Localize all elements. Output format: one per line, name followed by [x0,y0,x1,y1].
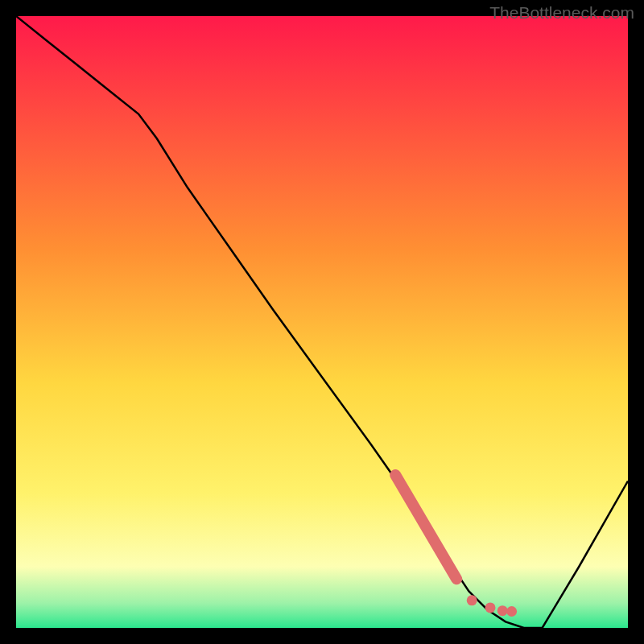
gradient-background [16,16,628,628]
highlight-dot [497,605,508,616]
chart-container [16,16,628,628]
highlight-dot [485,602,496,613]
highlight-dot [467,595,477,605]
highlight-dot [506,606,517,617]
watermark-text: TheBottleneck.com [489,3,634,23]
bottleneck-chart [16,16,628,628]
